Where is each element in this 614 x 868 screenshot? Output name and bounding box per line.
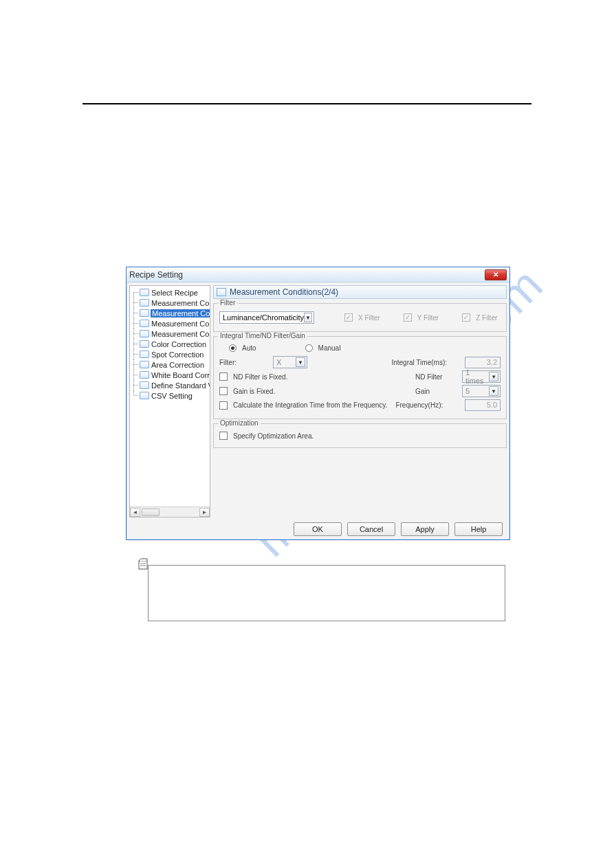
y-filter-label: Y Filter xyxy=(417,314,439,322)
section-title: Measurement Conditions(2/4) xyxy=(230,287,338,297)
filter-xyz-combo: X ▼ xyxy=(273,356,307,368)
memo-box xyxy=(148,565,505,621)
ok-button[interactable]: OK xyxy=(294,522,342,536)
chevron-down-icon: ▼ xyxy=(304,313,312,322)
filter-legend: Filter xyxy=(218,299,237,307)
tree-item-label: Spot Correction xyxy=(151,350,204,359)
tree-item-label: Define Standard V xyxy=(151,381,210,390)
integral-time-field: 3.2 xyxy=(465,357,501,368)
tree-item[interactable]: Define Standard V xyxy=(133,380,210,390)
svg-rect-0 xyxy=(139,561,147,569)
page-icon xyxy=(217,288,226,296)
tree-item[interactable]: Measurement Co xyxy=(133,318,210,329)
filter-combo[interactable]: Luminance/Chromaticity ▼ xyxy=(219,311,314,324)
page-icon xyxy=(140,309,149,317)
titlebar[interactable]: Recipe Setting ✕ xyxy=(127,267,509,282)
tree-item[interactable]: Spot Correction xyxy=(133,349,210,359)
filter-group: Filter Luminance/Chromaticity ▼ X Filter… xyxy=(213,303,507,332)
page-icon xyxy=(140,299,149,307)
tree-item-label: Select Recipe xyxy=(151,289,199,297)
tree-item[interactable]: Measurement Co xyxy=(133,308,210,318)
nd-filter-combo: 1 times ▼ xyxy=(462,370,501,383)
tree-hscrollbar[interactable]: ◄ ► xyxy=(130,507,210,517)
auto-label: Auto xyxy=(242,344,256,352)
manual-label: Manual xyxy=(318,344,341,352)
gain-label: Gain xyxy=(415,388,457,395)
x-filter-checkbox xyxy=(344,313,353,322)
section-header: Measurement Conditions(2/4) xyxy=(213,285,507,299)
dialog-body: Select RecipeMeasurement CoMeasurement C… xyxy=(127,282,509,520)
page-icon xyxy=(140,340,149,348)
filter-xyz-value: X xyxy=(276,358,281,366)
x-filter-label: X Filter xyxy=(358,314,380,322)
tree-item[interactable]: Measurement Co xyxy=(133,329,210,339)
nd-fixed-label: ND Filter is Fixed. xyxy=(233,373,287,381)
page-icon xyxy=(140,381,149,389)
page-icon xyxy=(140,392,149,399)
gain-fixed-label: Gain is Fixed. xyxy=(233,388,275,395)
apply-button[interactable]: Apply xyxy=(401,522,449,536)
dialog-button-row: OK Cancel Apply Help xyxy=(294,522,503,536)
nd-filter-value: 1 times xyxy=(465,368,489,385)
integral-group: Integral Time/ND Filter/Gain Auto Manual… xyxy=(213,336,507,419)
filter-row-label: Filter: xyxy=(219,359,267,366)
gain-value: 5 xyxy=(465,387,470,395)
tree-item[interactable]: Area Correction xyxy=(133,359,210,370)
chevron-down-icon: ▼ xyxy=(489,372,498,381)
calc-freq-label: Calculate the Integration Time from the … xyxy=(233,401,387,409)
page-icon xyxy=(140,350,149,358)
tree-item-label: Measurement Co xyxy=(151,309,210,318)
page-icon xyxy=(140,330,149,337)
filter-combo-value: Luminance/Chromaticity xyxy=(223,313,304,322)
tree-item-label: Color Correction xyxy=(151,340,207,348)
gain-fixed-checkbox[interactable] xyxy=(219,387,228,395)
page-icon xyxy=(140,320,149,327)
content-pane: Measurement Conditions(2/4) Filter Lumin… xyxy=(213,285,507,518)
auto-radio[interactable] xyxy=(229,344,237,352)
chevron-down-icon: ▼ xyxy=(296,357,305,367)
chevron-down-icon: ▼ xyxy=(489,386,498,396)
page-icon xyxy=(140,361,149,368)
specify-opt-checkbox[interactable] xyxy=(219,432,228,440)
horizontal-rule xyxy=(83,103,531,104)
integral-time-label: Integral Time(ms): xyxy=(391,359,447,366)
nd-fixed-checkbox[interactable] xyxy=(219,372,228,381)
recipe-setting-dialog: Recipe Setting ✕ Select RecipeMeasuremen… xyxy=(126,267,510,540)
tree-item[interactable]: Color Correction xyxy=(133,339,210,349)
z-filter-checkbox xyxy=(462,313,470,322)
gain-combo: 5 ▼ xyxy=(462,385,501,397)
freq-label: Frequency(Hz): xyxy=(395,401,443,409)
scroll-right-button[interactable]: ► xyxy=(199,508,210,517)
z-filter-label: Z Filter xyxy=(476,314,497,322)
tree-item-label: Measurement Co xyxy=(151,330,210,338)
scroll-thumb[interactable] xyxy=(142,509,160,516)
dialog-title: Recipe Setting xyxy=(129,270,183,280)
cancel-button[interactable]: Cancel xyxy=(347,522,395,536)
nd-filter-label: ND Filter xyxy=(415,373,457,381)
optimization-legend: Optimization xyxy=(218,419,261,427)
tree-item-label: Measurement Co xyxy=(151,320,210,328)
specify-opt-label: Specify Optimization Area. xyxy=(233,432,314,440)
tree-item-label: Measurement Co xyxy=(151,299,210,307)
freq-field: 5.0 xyxy=(465,399,501,411)
nav-tree[interactable]: Select RecipeMeasurement CoMeasurement C… xyxy=(129,285,210,518)
scroll-left-button[interactable]: ◄ xyxy=(130,508,140,517)
help-button[interactable]: Help xyxy=(454,522,503,536)
tree-item-label: Area Correction xyxy=(151,361,205,369)
y-filter-checkbox xyxy=(404,313,412,322)
manual-radio[interactable] xyxy=(305,344,313,352)
close-button[interactable]: ✕ xyxy=(485,269,507,280)
tree-item[interactable]: White Board Corr xyxy=(133,370,210,380)
tree-item[interactable]: Measurement Co xyxy=(133,298,210,308)
tree-item[interactable]: Select Recipe xyxy=(133,287,210,298)
tree-item-label: CSV Setting xyxy=(151,392,193,400)
page-icon xyxy=(140,289,149,296)
tree-item[interactable]: CSV Setting xyxy=(133,390,210,401)
integral-legend: Integral Time/ND Filter/Gain xyxy=(218,332,307,340)
page-icon xyxy=(140,371,149,379)
calc-freq-checkbox[interactable] xyxy=(219,401,228,410)
tree-item-label: White Board Corr xyxy=(151,371,210,379)
optimization-group: Optimization Specify Optimization Area. xyxy=(213,423,507,448)
close-icon: ✕ xyxy=(493,271,498,278)
